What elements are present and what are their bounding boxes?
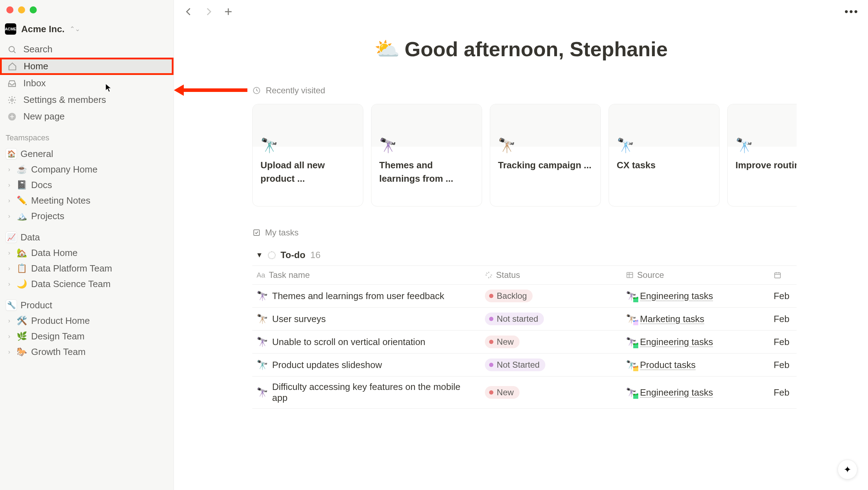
binoculars-icon: 🔭 <box>257 360 268 371</box>
teamspace-general[interactable]: 🏠 General <box>0 146 174 162</box>
chevron-right-icon: › <box>6 348 13 356</box>
new-tab-button[interactable] <box>223 6 234 17</box>
search-icon <box>7 45 17 54</box>
gear-icon <box>7 95 17 105</box>
page-item[interactable]: › 🌙 Data Science Team <box>0 276 174 292</box>
task-row[interactable]: 🔭 Themes and learnings from user feedbac… <box>252 285 797 308</box>
binoculars-icon: 🔭 <box>379 137 397 154</box>
sparkle-icon: ✦ <box>844 464 851 475</box>
svg-point-0 <box>9 46 14 52</box>
task-row[interactable]: 🔭 Unable to scroll on vertical orientati… <box>252 331 797 354</box>
recent-page-card[interactable]: 🔭 Upload all new product ... <box>252 104 363 206</box>
teamspaces-header: Teamspaces <box>0 125 174 146</box>
page-label: Data Platform Team <box>31 263 112 274</box>
plus-circle-icon <box>7 112 17 122</box>
ai-assist-button[interactable]: ✦ <box>838 460 857 479</box>
task-date: Feb <box>774 314 790 325</box>
teamspace-product[interactable]: 🔧 Product <box>0 297 174 313</box>
svg-rect-14 <box>627 273 633 278</box>
page-item[interactable]: › 🐎 Growth Team <box>0 344 174 360</box>
window-minimize-button[interactable] <box>18 6 25 13</box>
nav-label: Home <box>24 61 48 72</box>
card-preview: 🔭 <box>728 104 797 147</box>
greeting-text: Good afternoon, Stephanie <box>405 37 668 61</box>
recent-page-card[interactable]: 🔭 Tracking campaign ... <box>490 104 601 206</box>
chevron-right-icon: › <box>6 333 13 340</box>
card-preview: 🔭 <box>253 104 363 147</box>
card-preview: 🔭 <box>371 104 482 147</box>
sidebar-item-settings[interactable]: Settings & members <box>0 92 174 108</box>
weather-icon: ⛅ <box>374 37 400 61</box>
source-link[interactable]: Marketing tasks <box>640 314 704 325</box>
page-icon: 🛠️ <box>16 315 28 326</box>
nav-forward-button[interactable] <box>203 6 214 17</box>
source-link[interactable]: Engineering tasks <box>640 337 713 348</box>
recent-page-card[interactable]: 🔭 Improve routing logic <box>727 104 797 206</box>
chevron-right-icon: › <box>6 181 13 189</box>
source-link[interactable]: Engineering tasks <box>640 387 713 398</box>
binoculars-icon: 🔭 <box>498 137 516 154</box>
page-label: Data Science Team <box>31 279 111 290</box>
recent-page-card[interactable]: 🔭 Themes and learnings from ... <box>371 104 482 206</box>
page-label: Meeting Notes <box>31 195 90 206</box>
home-icon <box>7 62 17 71</box>
table-header: Aa Task name Status Source <box>252 266 797 285</box>
card-preview: 🔭 <box>609 104 719 147</box>
checkbox-icon <box>252 228 261 237</box>
recent-page-card[interactable]: 🔭 CX tasks <box>609 104 720 206</box>
page-item[interactable]: › ☕ Company Home <box>0 162 174 177</box>
sidebar-item-new-page[interactable]: New page <box>0 108 174 125</box>
chevron-updown-icon: ⌃⌄ <box>70 25 80 33</box>
page-item[interactable]: › 🛠️ Product Home <box>0 313 174 328</box>
status-dot-icon <box>489 294 493 298</box>
status-label: Not Started <box>497 360 540 370</box>
status-label: New <box>497 337 514 347</box>
more-menu-button[interactable]: ••• <box>844 6 859 18</box>
source-link[interactable]: Engineering tasks <box>640 291 713 302</box>
window-maximize-button[interactable] <box>30 6 37 13</box>
sidebar-item-search[interactable]: Search <box>0 41 174 58</box>
task-row[interactable]: 🔭 Difficulty accessing key features on t… <box>252 377 797 409</box>
nav-back-button[interactable] <box>183 6 194 17</box>
task-row[interactable]: 🔭 Product updates slideshow Not Started … <box>252 354 797 377</box>
table-icon <box>626 271 634 279</box>
status-badge: New <box>485 336 520 348</box>
teamspace-icon: 🏠 <box>6 148 17 159</box>
sidebar-item-home[interactable]: Home <box>0 58 174 75</box>
status-badge: Not started <box>485 313 544 325</box>
source-link[interactable]: Product tasks <box>640 360 696 371</box>
section-label: My tasks <box>265 228 299 238</box>
page-item[interactable]: › 🌿 Design Team <box>0 328 174 344</box>
page-icon: ☕ <box>16 164 28 175</box>
status-dot-icon <box>489 340 493 344</box>
page-item[interactable]: › 🏡 Data Home <box>0 245 174 261</box>
status-dot-icon <box>489 317 493 321</box>
nav-label: Settings & members <box>23 94 106 105</box>
workspace-name: Acme Inc. <box>21 24 65 35</box>
workspace-icon: ACME <box>5 23 16 35</box>
chevron-right-icon: › <box>6 197 13 204</box>
task-group-header[interactable]: ▼ To-do 16 <box>252 247 797 266</box>
page-item[interactable]: › ✏️ Meeting Notes <box>0 193 174 208</box>
task-date: Feb <box>774 360 790 371</box>
status-label: New <box>497 387 514 397</box>
page-icon: ✏️ <box>16 195 28 206</box>
task-row[interactable]: 🔭 User surveys Not started 🔭🗂️ Marketing… <box>252 308 797 331</box>
svg-line-1 <box>14 51 16 53</box>
group-name: To-do <box>281 250 305 261</box>
sidebar-item-inbox[interactable]: Inbox <box>0 75 174 92</box>
annotation-arrow <box>174 84 247 96</box>
page-icon: 📋 <box>16 263 28 274</box>
page-item[interactable]: › 📋 Data Platform Team <box>0 261 174 276</box>
window-close-button[interactable] <box>6 6 13 13</box>
binoculars-icon: 🔭 <box>257 291 268 302</box>
workspace-switcher[interactable]: ACME Acme Inc. ⌃⌄ <box>0 20 174 41</box>
nav-label: Search <box>23 44 52 55</box>
binoculars-icon: 🔭🗂️ <box>626 337 637 347</box>
status-badge: New <box>485 386 520 399</box>
task-name: Unable to scroll on vertical orientation <box>272 337 426 348</box>
page-item[interactable]: › 📓 Docs <box>0 177 174 193</box>
teamspace-data[interactable]: 📈 Data <box>0 229 174 245</box>
page-item[interactable]: › 🏔️ Projects <box>0 208 174 224</box>
binoculars-icon: 🔭 <box>260 137 278 154</box>
